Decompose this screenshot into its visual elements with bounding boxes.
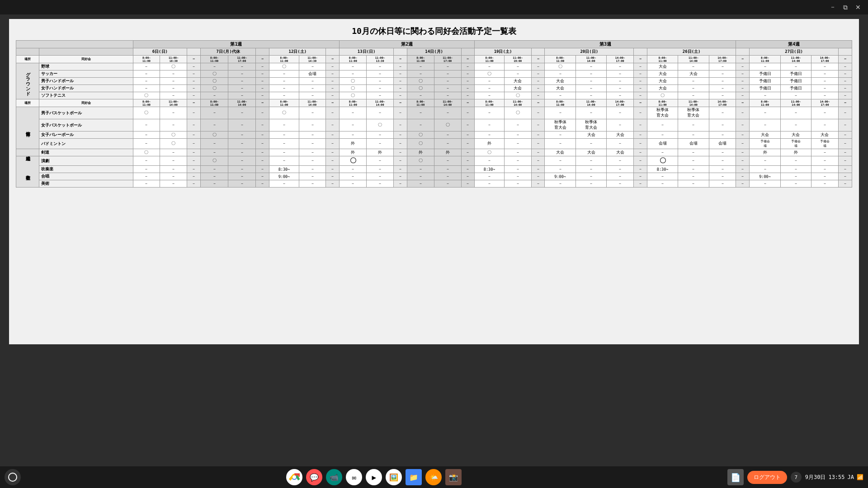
time-14-1: 8:00~11:00 [407, 56, 434, 63]
taskbar-right: 📄 ログアウト 7 9月30日 13:55 JA 📶 [727, 469, 863, 485]
club-kendo: 剣道 [39, 149, 133, 156]
date-7: 7日(月)代休 [201, 48, 256, 56]
files-icon[interactable]: 📁 [406, 469, 422, 485]
wifi-icon: 📶 [857, 474, 863, 480]
table-row: 各教室 演劇 －－－ 〇－－ －－－ 〇－－ 〇－－ －－－ －－－－ 〇－－－… [16, 156, 852, 166]
club-art: 美術 [39, 180, 133, 188]
document-icon[interactable]: 📄 [727, 469, 744, 485]
time-display: 13:55 [828, 474, 844, 480]
time-26-1: 8:00~11:00 [647, 56, 678, 63]
photos-icon[interactable]: 🖼️ [386, 469, 402, 485]
time-7-1: 8:00~11:00 [201, 56, 228, 63]
chrome-icon[interactable] [286, 469, 302, 485]
table-row: 美術 －－－ －－－ －－－ －－－ －－－ －－－ －－－－ －－－－ －－－… [16, 180, 852, 188]
club-soccer: サッカー [39, 70, 133, 78]
time-27-1: 8:00~11:00 [750, 56, 780, 63]
schedule-table: 第1週 第2週 第3週 第4週 6日(日) 7日(月)代休 12日(土) 13日… [16, 40, 852, 188]
time-19-2: 11:00~19:00 [504, 56, 531, 63]
playstore-icon[interactable]: ▶️ [366, 469, 382, 485]
minimize-button[interactable]: － [826, 2, 839, 13]
date-27: 27日(日) [750, 48, 839, 56]
time-27-3: 14:00~17:00 [811, 56, 839, 63]
time-20-2: 11:00~14:00 [576, 56, 606, 63]
meet-icon[interactable]: 📹 [326, 469, 342, 485]
basho-classroom: 各教室 [16, 156, 39, 188]
time-20-1: 8:00~11:00 [545, 56, 576, 63]
basho-ground: グラウンド [16, 63, 39, 99]
lang-display: JA [848, 474, 854, 480]
club-volleyball: 女子バレーボール [39, 131, 133, 139]
time-13-2: 11:00~13:30 [367, 56, 394, 63]
date-12: 12日(土) [269, 48, 326, 56]
page-title: 10月の休日等に関わる同好会活動予定一覧表 [16, 26, 852, 37]
week4-header: 第4週 [736, 41, 852, 48]
basho-gym: 体育館 [16, 107, 39, 149]
date-display: 9月30日 [805, 474, 826, 481]
table-row: 女子バレーボール －〇－ 〇－－ －－－ －－－ 〇－－ －－－ －大会大会－ … [16, 131, 852, 139]
table-row: 吹奏楽 －－－ －－－ 8:30~－－ －－－ －－－ 8:30~－－ －－－－… [16, 166, 852, 173]
table-row: 男子ハンドボール －－－ 〇－－ －－－ 〇－－ 〇－－ －大会－ 大会－－－ … [16, 78, 852, 85]
week2-header: 第2週 [340, 41, 475, 48]
basho-label: 場所 [16, 56, 39, 63]
date-20: 20日(日) [545, 48, 634, 56]
table-row: ソフトテニス 〇－－ －－－ －－－ 〇－－ －－－ －〇－ －－－－ 〇－－－… [16, 92, 852, 99]
table-row: バドミントン －〇－ －－－ －－－ 外－－ 〇－－ 外－－ －－－－ 会場会場… [16, 139, 852, 149]
week3-header: 第3週 [475, 41, 736, 48]
time-header-row1: 場所 同好会 8:00~11:00 11:00~18:30 － 8:00~11:… [16, 56, 852, 63]
time-19-1: 8:00~11:00 [475, 56, 504, 63]
club-badminton: バドミントン [39, 139, 133, 149]
time-14-2: 11:00~17:00 [434, 56, 461, 63]
launcher-button[interactable] [5, 469, 21, 485]
club-basketball-f: 女子バスケットボール [39, 119, 133, 131]
screencapture-icon[interactable]: 📸 [445, 469, 462, 485]
hangouts-icon[interactable]: 💬 [306, 469, 322, 485]
logout-button[interactable]: ログアウト [747, 471, 787, 484]
time-20-3: 14:00~17:00 [607, 56, 634, 63]
time-7-2: 11:00~17:00 [228, 56, 256, 63]
time-6-2: 11:00~18:30 [160, 56, 187, 63]
date-19: 19日(土) [475, 48, 531, 56]
taskbar-center: 💬 📹 ✉️ ▶️ 🖼️ 📁 🌤️ 📸 [21, 469, 727, 485]
taskbar-left [5, 469, 21, 485]
time-12-1: 8:00~11:00 [269, 56, 299, 63]
svg-point-2 [292, 475, 296, 479]
table-row: サッカー －－－ 〇－－ －会場－ －－－ －－－ 〇－－ －－－－ 大会大会－… [16, 70, 852, 78]
time-12-2: 11:00~14:30 [299, 56, 326, 63]
weather-icon[interactable]: 🌤️ [425, 469, 442, 485]
table-row: グラウンド 野球 －〇－ －－－ 〇－－ －－－ －－－ －－－ 〇－－－ 大会… [16, 63, 852, 70]
basho-budojo: 武道場 [16, 149, 39, 156]
club-softtennis: ソフトテニス [39, 92, 133, 99]
table-row: 女子バスケットボール －－－ －－－ －－－ －〇－ －〇－ －－－ 秋季体育大… [16, 119, 852, 131]
date-13: 13日(日) [340, 48, 394, 56]
club-baseball: 野球 [39, 63, 133, 70]
taskbar: 💬 📹 ✉️ ▶️ 🖼️ 📁 🌤️ 📸 [0, 466, 868, 488]
club-handball-f: 女子ハンドボール [39, 85, 133, 92]
date-6: 6日(日) [133, 48, 187, 56]
date-26: 26日(土) [647, 48, 736, 56]
system-tray: 9月30日 13:55 JA 📶 [805, 474, 863, 481]
basho-label2: 場所 [16, 99, 39, 107]
section2-header: 場所 同好会 8:00~11:00 11:00~14:00 － 8:00~11:… [16, 99, 852, 107]
table-row: 体育館 男子バスケットボール 〇－－ －－－ 〇－－ －－－ －－－ －〇－ －… [16, 107, 852, 119]
gmail-icon[interactable]: ✉️ [346, 469, 362, 485]
close-button[interactable]: ✕ [852, 2, 864, 13]
week-header-row: 第1週 第2週 第3週 第4週 [16, 41, 852, 48]
week1-header: 第1週 [133, 41, 340, 48]
club-handball-m: 男子ハンドボール [39, 78, 133, 85]
club-choir: 合唱 [39, 173, 133, 180]
club-drama: 演劇 [39, 156, 133, 166]
date-14: 14日(月) [407, 48, 461, 56]
table-row: 武道場 剣道 〇－－ －－－ －－－ 外外－ 外外－ 〇－－ 大会大会大会－ －… [16, 149, 852, 156]
date-header-row: 6日(日) 7日(月)代休 12日(土) 13日(日) 14日(月) 19日(土… [16, 48, 852, 56]
club-brass: 吹奏楽 [39, 166, 133, 173]
time-27-2: 11:00~14:00 [780, 56, 811, 63]
maximize-button[interactable]: ⧉ [839, 2, 852, 13]
time-26-3: 14:00~17:00 [709, 56, 736, 63]
notification-badge[interactable]: 7 [791, 472, 802, 483]
time-6-1: 8:00~11:00 [133, 56, 160, 63]
time-13-1: 8:00~11:00 [340, 56, 367, 63]
launcher-icon [8, 473, 17, 482]
main-content: 10月の休日等に関わる同好会活動予定一覧表 [9, 19, 859, 344]
title-bar: － ⧉ ✕ [0, 0, 868, 14]
club-label2: 同好会 [39, 99, 133, 107]
